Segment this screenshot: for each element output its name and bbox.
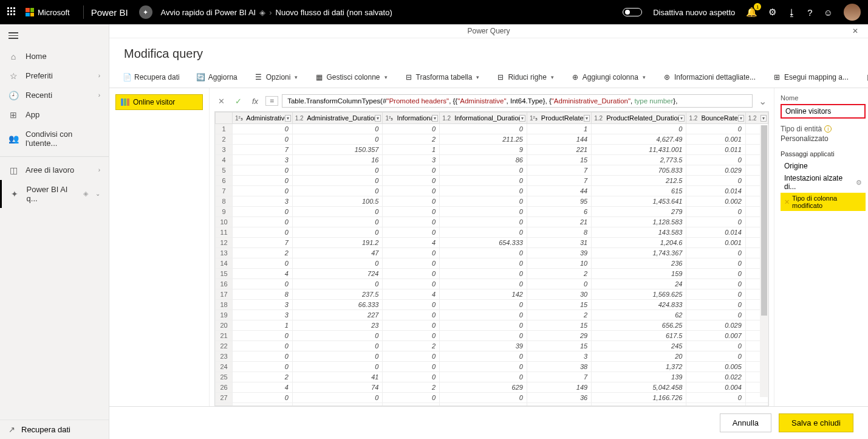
cell[interactable]: 24	[592, 279, 686, 289]
cell[interactable]: 2	[527, 310, 591, 320]
cell[interactable]: 0	[686, 289, 745, 300]
cell[interactable]: 0	[686, 393, 745, 403]
cell[interactable]: 0	[292, 217, 383, 227]
cell[interactable]: 0	[440, 248, 527, 258]
cell[interactable]: 0	[440, 186, 527, 196]
cell[interactable]: 100.5	[292, 196, 383, 207]
cell[interactable]: 142	[440, 289, 527, 300]
hamburger-menu[interactable]	[0, 24, 109, 47]
table-row[interactable]: 140000102360	[216, 258, 768, 269]
cell[interactable]: 0	[383, 207, 440, 217]
column-header[interactable]: 1²₃ ProductRelated▾	[527, 112, 591, 124]
cell[interactable]: 0	[440, 300, 527, 310]
cell[interactable]: 4	[233, 382, 293, 393]
cell[interactable]: 0	[686, 279, 745, 289]
cell[interactable]: 0	[686, 300, 745, 310]
cell[interactable]: 4	[383, 238, 440, 248]
ribbon-mapping[interactable]: ⊞Esegui mapping a...	[769, 71, 852, 84]
cell[interactable]: 47	[292, 248, 383, 258]
cell[interactable]: 0	[233, 351, 293, 362]
cell[interactable]: 3	[233, 196, 293, 207]
cell[interactable]: 1,743.367	[592, 248, 686, 258]
cell[interactable]: 3	[233, 155, 293, 165]
cell[interactable]: 39	[440, 341, 527, 351]
cell[interactable]: 0	[383, 320, 440, 331]
cell[interactable]: 6	[527, 207, 591, 217]
table-row[interactable]: 1324700391,743.3670	[216, 248, 768, 258]
nav-home[interactable]: ⌂Home	[0, 47, 109, 66]
apply-step-button[interactable]: ✓	[231, 94, 245, 108]
cell[interactable]: 15	[527, 300, 591, 310]
column-header[interactable]: 1.2 Administrative_Duration▾	[292, 112, 383, 124]
cell[interactable]: 0	[440, 207, 527, 217]
cell[interactable]: 1,128.583	[592, 217, 686, 227]
cell[interactable]: 0	[233, 186, 293, 196]
ribbon-insights[interactable]: ⊛Informazioni dettagliate...	[659, 71, 759, 84]
cell[interactable]: 0	[440, 279, 527, 289]
cell[interactable]: 0	[383, 310, 440, 320]
settings-icon[interactable]: ⚙	[768, 7, 776, 18]
cell[interactable]: 1,204.6	[592, 238, 686, 248]
cell[interactable]: 7	[233, 145, 293, 155]
cell[interactable]: 0.029	[686, 320, 745, 331]
cell[interactable]: 38	[527, 362, 591, 372]
gear-icon[interactable]: ⚙	[856, 179, 862, 187]
cell[interactable]: 11,431.001	[592, 145, 686, 155]
filter-dropdown-icon[interactable]: ▾	[519, 115, 525, 122]
cell[interactable]: 0	[383, 269, 440, 279]
nav-get-data[interactable]: ↗Recupera dati	[0, 420, 109, 439]
cell[interactable]: 237.5	[292, 289, 383, 300]
cell[interactable]: 0	[383, 165, 440, 176]
cell[interactable]: 0	[383, 227, 440, 238]
cell[interactable]: 0	[383, 279, 440, 289]
download-icon[interactable]: ⭳	[787, 7, 796, 18]
nav-shared[interactable]: 👥Condivisi con l'utente...	[0, 125, 109, 153]
notifications-icon[interactable]: 🔔1	[746, 7, 757, 18]
cell[interactable]: 2	[383, 134, 440, 145]
cell[interactable]: 0	[233, 341, 293, 351]
cell[interactable]: 1	[233, 320, 293, 331]
cell[interactable]: 0	[292, 165, 383, 176]
cell[interactable]: 1,166.726	[592, 393, 686, 403]
cell[interactable]: 159	[592, 269, 686, 279]
cell[interactable]: 8	[527, 227, 591, 238]
cell[interactable]: 0	[383, 393, 440, 403]
cell[interactable]: 212.5	[592, 176, 686, 186]
cell[interactable]: 9	[440, 145, 527, 155]
nav-current-workspace[interactable]: ✦Power BI AI q...◈⌄	[0, 180, 109, 208]
cell[interactable]: 629	[440, 382, 527, 393]
cell[interactable]: 0	[440, 269, 527, 279]
cell[interactable]: 0	[292, 186, 383, 196]
cell[interactable]: 143.583	[592, 227, 686, 238]
vertical-scrollbar[interactable]	[760, 125, 768, 397]
cell[interactable]: 7	[233, 238, 293, 248]
cell[interactable]: 0	[292, 362, 383, 372]
cell[interactable]: 0	[686, 248, 745, 258]
cell[interactable]: 0	[292, 279, 383, 289]
cell[interactable]: 0.004	[686, 382, 745, 393]
cell[interactable]: 0	[292, 124, 383, 134]
applied-step[interactable]: Origine	[781, 160, 866, 172]
table-row[interactable]: 252410071390.022	[216, 372, 768, 382]
cell[interactable]: 0	[292, 331, 383, 341]
cell[interactable]: 0	[233, 134, 293, 145]
cell[interactable]: 62	[592, 310, 686, 320]
cell[interactable]: 211.25	[440, 134, 527, 145]
cell[interactable]: 0	[383, 331, 440, 341]
cell[interactable]: 0	[233, 258, 293, 269]
cell[interactable]: 44	[527, 186, 591, 196]
cell[interactable]: 144	[527, 134, 591, 145]
table-row[interactable]: 193227002620	[216, 310, 768, 320]
table-row[interactable]: 21000029617.50.007	[216, 331, 768, 341]
cell[interactable]: 4,627.49	[592, 134, 686, 145]
cell[interactable]: 0	[292, 341, 383, 351]
cell[interactable]: 2	[233, 372, 293, 382]
breadcrumb-workspace[interactable]: Avvio rapido di Power BI AI	[161, 8, 256, 17]
cell[interactable]: 8	[233, 289, 293, 300]
cell[interactable]: 0	[383, 351, 440, 362]
cell[interactable]: 0	[440, 196, 527, 207]
table-row[interactable]: 4316386152,773.50	[216, 155, 768, 165]
cell[interactable]: 227	[292, 310, 383, 320]
ribbon-manage-columns[interactable]: ▦Gestisci colonne▾	[311, 71, 391, 84]
cell[interactable]: 654.333	[440, 238, 527, 248]
